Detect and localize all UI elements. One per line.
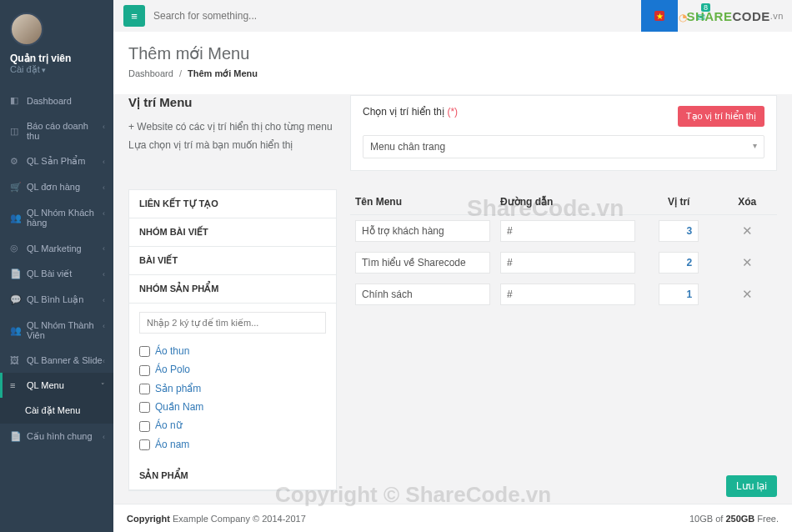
link-source-accordion: LIÊN KẾT TỰ TẠO NHÓM BÀI VIẾT BÀI VIẾT N… (128, 189, 337, 491)
position-info-box: Vị trí Menu + Website có các vị trí hiển… (128, 95, 337, 154)
position-heading: Vị trí Menu (128, 95, 337, 110)
nav-label: Dashboard (27, 96, 72, 106)
nav-comments[interactable]: 💬QL Bình Luận‹ (0, 287, 113, 313)
chevron-left-icon: ‹ (103, 158, 105, 166)
acc-custom-link[interactable]: LIÊN KẾT TỰ TẠO (129, 190, 336, 218)
delete-row-button[interactable]: ✕ (739, 287, 755, 302)
th-link: Đường dẫn (495, 189, 640, 215)
page-title: Thêm mới Menu (128, 43, 777, 63)
nav-label: QL Bình Luận (27, 294, 83, 305)
nav-label: QL Banner & Slide (27, 355, 103, 365)
nav-products[interactable]: ⚙QL Sản Phẩm‹ (0, 148, 113, 174)
save-button[interactable]: Lưu lại (726, 475, 777, 497)
avatar[interactable] (10, 13, 43, 46)
footer-copyright: Copyright (127, 514, 170, 524)
position-select[interactable]: Menu chân trang (363, 135, 764, 158)
category-checkbox[interactable] (139, 365, 150, 376)
breadcrumb-home[interactable]: Dashboard (128, 68, 173, 78)
nav-member-groups[interactable]: 👥QL Nhóm Thành Viên‹ (0, 313, 113, 348)
nav-menu[interactable]: ≡QL Menu˅ (0, 373, 113, 398)
nav-menu-settings[interactable]: Cài đặt Menu (0, 398, 113, 424)
position-line2: Lựa chọn vị trí mà bạn muốn hiển thị (128, 137, 337, 155)
topbar-right: ★ SHARECODE.vn (641, 0, 792, 32)
category-checkbox[interactable] (139, 421, 150, 432)
table-row: ✕ (350, 215, 777, 248)
footer-years: © 2014-2017 (253, 514, 306, 524)
chevron-left-icon: ‹ (103, 296, 105, 304)
acc-product-group[interactable]: NHÓM SẢN PHẨM (129, 275, 336, 304)
category-link[interactable]: Áo Polo (155, 364, 190, 375)
menu-pos-input[interactable] (659, 252, 699, 274)
menu-name-input[interactable] (355, 220, 490, 242)
nav-revenue-report[interactable]: ◫Báo cáo doanh thu‹ (0, 113, 113, 148)
footer-total: 250GB (725, 514, 754, 524)
footer: Copyright Example Company © 2014-2017 10… (113, 504, 792, 532)
category-item: Sản phẩm (139, 379, 326, 398)
search-input[interactable] (145, 5, 362, 27)
menu-link-input[interactable] (500, 252, 635, 274)
create-position-button[interactable]: Tạo vị trí hiển thị (678, 106, 764, 127)
cart-icon: 🛒 (10, 182, 22, 193)
nav-posts[interactable]: 📄QL Bài viết‹ (0, 261, 113, 287)
profile-settings-dropdown[interactable]: Cài đặt (10, 64, 103, 75)
category-checkbox[interactable] (139, 439, 150, 450)
table-row: ✕ (350, 279, 777, 310)
envelope-icon[interactable]: ✉ (697, 12, 705, 23)
category-checkbox[interactable] (139, 384, 150, 394)
sidebar: Quản trị viên Cài đặt ◧Dashboard ◫Báo cá… (0, 0, 113, 532)
nav-label: QL Nhóm Khách hàng (27, 208, 103, 228)
delete-row-button[interactable]: ✕ (739, 223, 755, 238)
th-del: Xóa (717, 189, 777, 215)
category-list: Áo thun Áo Polo Sản phẩm Quần Nam Áo nữ … (139, 342, 326, 454)
menu-table: Tên Menu Đường dẫn Vị trí Xóa ✕ (350, 189, 777, 310)
nav-orders[interactable]: 🛒QL đơn hàng‹ (0, 174, 113, 200)
acc-product[interactable]: SẢN PHẨM (129, 462, 336, 490)
acc-post-group[interactable]: NHÓM BÀI VIẾT (129, 218, 336, 247)
main-content: Vị trí Menu + Website có các vị trí hiển… (113, 83, 792, 504)
menu-pos-input[interactable] (659, 220, 699, 242)
position-select-label: Chọn vị trí hiển thị (*) (363, 106, 458, 118)
menu-link-input[interactable] (500, 284, 635, 305)
nav-label: Cài đặt Menu (25, 405, 80, 416)
brand-logo: SHARECODE.vn (678, 0, 792, 32)
footer-free: Free. (754, 514, 779, 524)
chevron-left-icon: ‹ (103, 244, 105, 253)
sidebar-nav: ◧Dashboard ◫Báo cáo doanh thu‹ ⚙QL Sản P… (0, 88, 113, 449)
delete-row-button[interactable]: ✕ (739, 255, 755, 270)
category-checkbox[interactable] (139, 346, 150, 357)
category-link[interactable]: Áo nam (155, 439, 189, 450)
nav-customer-groups[interactable]: 👥QL Nhóm Khách hàng‹ (0, 200, 113, 235)
label-text: Chọn vị trí hiển thị (363, 106, 444, 118)
category-link[interactable]: Áo nữ (155, 419, 183, 431)
category-checkbox[interactable] (139, 402, 150, 413)
position-selected-value: Menu chân trang (370, 141, 445, 153)
comment-icon: 💬 (10, 294, 22, 305)
nav-label: QL Nhóm Thành Viên (27, 320, 103, 340)
category-link[interactable]: Sản phẩm (155, 383, 201, 394)
logo-part2: CODE (732, 9, 769, 23)
footer-right: 10GB of 250GB Free. (689, 514, 779, 524)
menu-pos-input[interactable] (659, 284, 699, 305)
nav-marketing[interactable]: ◎QL Marketing‹ (0, 235, 113, 261)
category-item: Áo Polo (139, 360, 326, 379)
nav-banner-slide[interactable]: 🖼QL Banner & Slide‹ (0, 348, 113, 373)
category-search-input[interactable] (139, 312, 326, 334)
acc-product-group-body: Áo thun Áo Polo Sản phẩm Quần Nam Áo nữ … (129, 304, 336, 462)
breadcrumb-current: Thêm mới Menu (188, 68, 258, 78)
acc-post[interactable]: BÀI VIẾT (129, 247, 336, 275)
report-icon: ◫ (10, 126, 22, 137)
menu-name-input[interactable] (355, 284, 490, 305)
toggle-sidebar-button[interactable]: ≡ (123, 5, 145, 27)
category-link[interactable]: Áo thun (155, 345, 189, 357)
category-link[interactable]: Quần Nam (155, 401, 203, 413)
doc-icon: 📄 (10, 431, 22, 442)
language-flag-vn[interactable]: ★ (641, 0, 678, 32)
nav-general-config[interactable]: 📄Cấu hình chung‹ (0, 424, 113, 449)
users-icon: 👥 (10, 325, 22, 336)
menu-name-input[interactable] (355, 252, 490, 274)
nav-dashboard[interactable]: ◧Dashboard (0, 88, 113, 113)
menu-link-input[interactable] (500, 220, 635, 242)
chevron-left-icon: ‹ (103, 270, 105, 279)
chevron-left-icon: ‹ (103, 433, 105, 441)
bell-icon[interactable]: ◔ (679, 12, 687, 23)
